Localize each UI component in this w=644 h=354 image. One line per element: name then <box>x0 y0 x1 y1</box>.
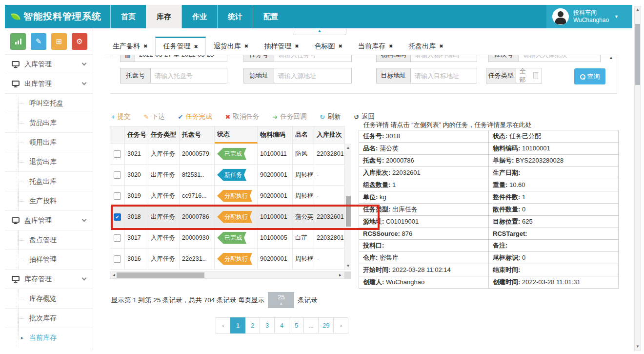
tab-close-icon[interactable]: ✖ <box>244 43 248 49</box>
calendar-icon[interactable]: ▦ <box>120 55 135 62</box>
tab-close-icon[interactable]: ✖ <box>439 43 443 49</box>
filter-input-批次号[interactable] <box>519 55 601 62</box>
nav-item-作业[interactable]: 作业 <box>181 5 217 28</box>
table-row[interactable]: 3021入库任务20000579已完成10100011防风22032801 <box>110 144 351 165</box>
filter-input-物料编码[interactable] <box>410 55 477 62</box>
page-button-‹[interactable]: ‹ <box>216 317 231 333</box>
tab-close-icon[interactable]: ✖ <box>143 43 147 49</box>
column-header-入库批次[interactable]: 入库批次 <box>314 126 345 144</box>
tab-退货出库[interactable]: 退货出库✖ <box>206 37 256 55</box>
sidebar-item-货品出库[interactable]: ▸货品出库 <box>5 113 93 132</box>
tab-close-icon[interactable]: ✖ <box>295 43 299 49</box>
row-checkbox[interactable] <box>114 234 121 242</box>
column-header-状态[interactable]: 状态 <box>215 126 258 144</box>
tab-close-icon[interactable]: ✖ <box>389 43 393 49</box>
sidebar-item-批次库存[interactable]: ▸批次库存 <box>5 308 93 328</box>
column-header-物料编码[interactable]: 物料编码 <box>258 126 293 144</box>
page-button-4[interactable]: 4 <box>274 317 289 333</box>
sidebar-item-抽样管理[interactable]: ▸抽样管理 <box>5 250 93 269</box>
tab-close-icon[interactable]: ✖ <box>194 44 198 49</box>
sidebar-item-退货出库[interactable]: ▸退货出库 <box>5 152 93 171</box>
page-button-5[interactable]: 5 <box>289 317 304 333</box>
quick-button-package[interactable]: ⊞ <box>51 33 67 50</box>
sidebar-item-当前库存[interactable]: ▸当前库存 <box>5 328 93 347</box>
filter-input-目标地址[interactable] <box>410 68 477 83</box>
nav-item-统计[interactable]: 统计 <box>217 5 253 28</box>
content-scroll-top-indicator[interactable]: ▲ <box>293 28 346 35</box>
filter-input-托盘号[interactable] <box>150 68 227 83</box>
user-menu[interactable]: 投料车间 WuChanghao ▼ <box>546 5 632 28</box>
table-row[interactable]: 3019入库任务cc9716...分配执行90200001周转框- <box>110 186 351 207</box>
table-scroll-right-icon[interactable]: ► <box>337 272 343 278</box>
column-header-品名[interactable]: 品名 <box>293 126 314 144</box>
filter-input-源地址[interactable] <box>274 68 352 83</box>
tab-生产备料[interactable]: 生产备料✖ <box>105 37 155 55</box>
row-checkbox[interactable] <box>114 150 121 158</box>
quick-button-settings[interactable]: ⚙ <box>72 33 87 50</box>
page-scrollbar[interactable]: ▲ ▼ <box>634 6 641 351</box>
tab-托盘出库[interactable]: 托盘出库✖ <box>401 37 451 55</box>
table-hscroll-thumb[interactable] <box>117 272 204 278</box>
sidebar-item-入库管理[interactable]: 入库管理 <box>5 54 93 74</box>
nav-item-库存[interactable]: 库存 <box>146 5 181 28</box>
toolbar-button-返回[interactable]: ↺返回 <box>354 112 375 121</box>
quick-button-edit[interactable]: ✎ <box>31 33 46 50</box>
sidebar-item-库存概览[interactable]: ▸库存概览 <box>5 289 93 308</box>
search-button[interactable]: 查询 <box>574 68 605 84</box>
filter-input-任务号[interactable] <box>274 55 352 62</box>
scroll-up-arrow-icon[interactable]: ▲ <box>635 6 641 13</box>
detail-cell: 开始时间: 2022-03-28 11:02:14 <box>359 264 489 276</box>
toolbar-button-刷新[interactable]: ↻刷新 <box>320 112 341 121</box>
tab-close-icon[interactable]: ✖ <box>339 43 342 49</box>
nav-item-首页[interactable]: 首页 <box>110 5 146 28</box>
row-checkbox[interactable] <box>114 192 121 200</box>
page-button-1[interactable]: 1 <box>230 317 245 333</box>
sidebar-item-领用出库[interactable]: ▸领用出库 <box>5 132 93 152</box>
sidebar-item-托盘出库[interactable]: ▸托盘出库 <box>5 171 93 191</box>
page-scrollbar-thumb[interactable] <box>635 24 640 85</box>
toolbar-button-任务回调[interactable]: ➔任务回调 <box>272 112 306 121</box>
row-checkbox[interactable]: ✔ <box>114 213 121 221</box>
column-header-托盘号[interactable]: 托盘号 <box>180 126 215 144</box>
table-row[interactable]: 3017入库任务20000930已完成10100005白芷22032801 <box>110 228 351 249</box>
page-button-›[interactable]: › <box>333 317 348 333</box>
row-checkbox[interactable] <box>114 171 121 179</box>
sidebar-item-盘点管理[interactable]: ▸盘点管理 <box>5 230 93 250</box>
filter-panel-up-arrow-icon[interactable]: ▲ <box>609 55 613 60</box>
table-row[interactable]: ✔3018出库任务20000786分配执行10100001蒲公英22032601 <box>110 207 351 228</box>
table-horizontal-scrollbar[interactable]: ◄ ► <box>110 271 344 279</box>
sidebar-item-生产投料[interactable]: ▸生产投料 <box>5 191 93 210</box>
scroll-down-arrow-icon[interactable]: ▼ <box>635 343 641 350</box>
table-row[interactable]: 3016入库任务22e231..分配执行90200001周转框- <box>110 249 351 270</box>
column-header-任务号[interactable]: 任务号 <box>125 126 148 144</box>
page-size-select[interactable]: 25 ▲ <box>268 292 294 308</box>
toolbar-button-提交[interactable]: +提交 <box>111 112 131 121</box>
table-vscroll-thumb[interactable] <box>346 196 351 227</box>
toolbar-button-取消任务[interactable]: ✖取消任务 <box>225 112 259 121</box>
sidebar-item-呼叫空托盘[interactable]: ▸呼叫空托盘 <box>5 93 93 113</box>
row-checkbox[interactable] <box>114 255 121 263</box>
column-header-任务类型[interactable]: 任务类型 <box>148 126 180 144</box>
sidebar-item-库存管理[interactable]: 库存管理 <box>5 269 93 289</box>
sidebar-item-出库管理[interactable]: 出库管理 <box>5 74 93 93</box>
user-department: 投料车间 <box>573 9 609 17</box>
tab-任务管理[interactable]: 任务管理✖ <box>155 37 205 55</box>
task-type-select[interactable]: 全部 <box>516 68 542 83</box>
page-button-...[interactable]: ... <box>303 317 319 333</box>
page-button-3[interactable]: 3 <box>260 317 275 333</box>
quick-button-stats[interactable] <box>10 33 26 50</box>
toolbar-button-任务完成[interactable]: ✔任务完成 <box>178 112 212 121</box>
page-button-2[interactable]: 2 <box>245 317 260 333</box>
date-range-value[interactable]: 2022-03-27 至 2022-03-28 <box>135 55 227 62</box>
page-button-29[interactable]: 29 <box>318 317 334 333</box>
tab-当前库存[interactable]: 当前库存✖ <box>350 37 401 55</box>
toolbar-button-下达[interactable]: ✎下达 <box>144 112 165 121</box>
table-scroll-down-icon[interactable]: ▼ <box>345 263 351 269</box>
table-vertical-scrollbar[interactable]: ▲ ▼ <box>344 144 351 270</box>
sidebar-item-盘库管理[interactable]: 盘库管理 <box>5 210 93 230</box>
tab-抽样管理[interactable]: 抽样管理✖ <box>256 37 306 55</box>
table-row[interactable]: 3020出库任务8f2531..新任务90200001周转框- <box>110 165 351 186</box>
nav-item-配置[interactable]: 配置 <box>253 5 288 28</box>
tab-色标图[interactable]: 色标图✖ <box>307 37 350 55</box>
table-scroll-up-icon[interactable]: ▲ <box>345 145 351 151</box>
